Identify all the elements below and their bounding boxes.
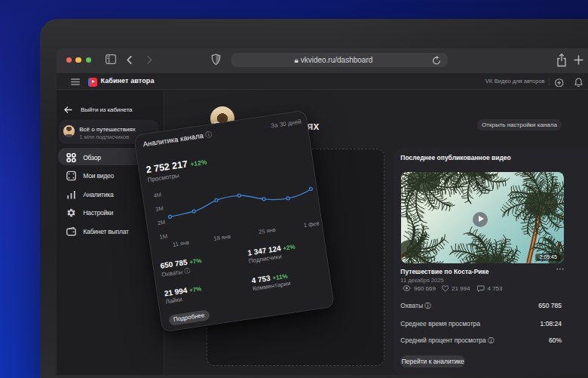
svg-text:1М: 1М bbox=[159, 232, 168, 240]
svg-text:4М: 4М bbox=[153, 191, 162, 198]
svg-text:1 фев: 1 фев bbox=[303, 220, 320, 229]
svg-text:18 янв: 18 янв bbox=[213, 232, 231, 241]
svg-text:2М: 2М bbox=[157, 218, 166, 226]
svg-text:11 янв: 11 янв bbox=[172, 238, 189, 247]
svg-text:25 янв: 25 янв bbox=[259, 226, 277, 235]
svg-text:3М: 3М bbox=[155, 204, 164, 212]
